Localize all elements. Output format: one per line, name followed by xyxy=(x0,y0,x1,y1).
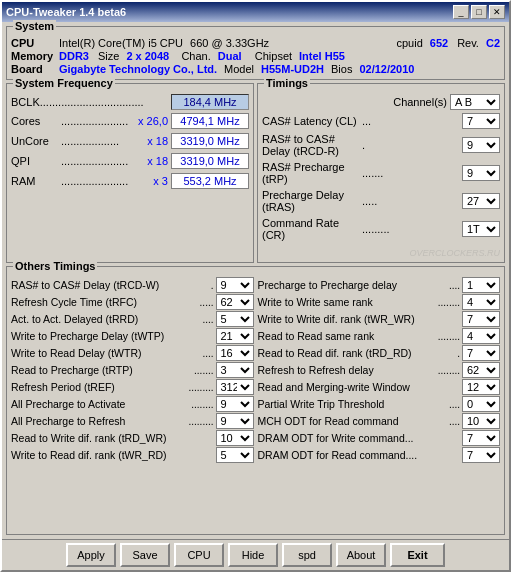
pre-pre-dots: .... xyxy=(449,280,460,291)
rd-rd-dif-select[interactable]: 7 xyxy=(462,345,500,361)
cores-input[interactable] xyxy=(171,113,249,129)
cpu-freq: 660 @ 3.33GHz xyxy=(190,37,269,49)
channel-select[interactable]: A B A B xyxy=(450,94,500,110)
wr-wr-dif-row: Write to Write dif. rank (tWR_WR) 7 xyxy=(258,311,501,327)
ref-ref-select[interactable]: 62 xyxy=(462,362,500,378)
qpi-dots: ........................ xyxy=(61,155,128,167)
hide-button[interactable]: Hide xyxy=(228,543,278,567)
minimize-button[interactable]: _ xyxy=(453,5,469,19)
dram-odt-rd-select[interactable]: 7 xyxy=(462,447,500,463)
timings-header: Channel(s) A B A B xyxy=(262,94,500,110)
chipset-value: Intel H55 xyxy=(299,50,345,62)
trcd-r-row: RAS# to CAS# Delay (tRCD-R) . 9 xyxy=(262,133,500,157)
board-label: Board xyxy=(11,63,56,75)
memory-row: Memory DDR3 Size 2 x 2048 Chan. Dual Chi… xyxy=(11,50,500,62)
cores-row: Cores ........................ x 26,0 xyxy=(11,113,249,129)
trp-select[interactable]: 9 xyxy=(462,165,500,181)
uncore-dots: ................... xyxy=(61,135,128,147)
uncore-label: UnCore xyxy=(11,135,61,147)
twtp-select[interactable]: 21 xyxy=(216,328,254,344)
close-button[interactable]: ✕ xyxy=(489,5,505,19)
rd-rd-same-row: Read to Read same rank ........ 4 xyxy=(258,328,501,344)
wr-wr-dif-select[interactable]: 7 xyxy=(462,311,500,327)
trfc-name: Refresh Cycle Time (tRFC) xyxy=(11,296,198,308)
others-right-col: Precharge to Precharge delay .... 1 Writ… xyxy=(258,277,501,463)
allpre-act-select[interactable]: 9 xyxy=(216,396,254,412)
allpre-ref-row: All Precharge to Refresh ......... 9 xyxy=(11,413,254,429)
allpre-ref-select[interactable]: 9 xyxy=(216,413,254,429)
cr-row: Command Rate (CR) ......... 1T xyxy=(262,217,500,241)
uncore-input[interactable] xyxy=(171,133,249,149)
title-bar-controls: _ □ ✕ xyxy=(453,5,505,19)
cr-select[interactable]: 1T xyxy=(462,221,500,237)
tras-select[interactable]: 27 xyxy=(462,193,500,209)
partial-wr-dots: .... xyxy=(449,399,460,410)
trrd-row: Act. to Act. Delayed (tRRD) .... 5 xyxy=(11,311,254,327)
trcd-w-select[interactable]: 9 xyxy=(216,277,254,293)
trfc-select[interactable]: 62 xyxy=(216,294,254,310)
rd-rd-same-select[interactable]: 4 xyxy=(462,328,500,344)
cpu-button[interactable]: CPU xyxy=(174,543,224,567)
trcd-w-name: RAS# to CAS# Delay (tRCD-W) xyxy=(11,279,209,291)
wr-rd-row: Write to Read dif. rank (tWR_RD) 5 xyxy=(11,447,254,463)
qpi-label: QPI xyxy=(11,155,61,167)
uncore-row: UnCore ................... x 18 xyxy=(11,133,249,149)
dram-odt-wr-select[interactable]: 7 xyxy=(462,430,500,446)
cores-label: Cores xyxy=(11,115,61,127)
trrd-dots: .... xyxy=(202,314,213,325)
trrd-select[interactable]: 5 xyxy=(216,311,254,327)
ram-input[interactable] xyxy=(171,173,249,189)
window-title: CPU-Tweaker 1.4 beta6 xyxy=(6,6,126,18)
about-button[interactable]: About xyxy=(336,543,386,567)
merge-win-select[interactable]: 12 xyxy=(462,379,500,395)
dram-odt-wr-name: DRAM ODT for Write command... xyxy=(258,432,461,444)
cores-mult: x 26,0 xyxy=(128,115,168,127)
bclk-input[interactable] xyxy=(171,94,249,110)
allpre-act-row: All Precharge to Activate ........ 9 xyxy=(11,396,254,412)
ram-row: RAM ........................ x 3 xyxy=(11,173,249,189)
wr-rd-name: Write to Read dif. rank (tWR_RD) xyxy=(11,449,214,461)
rd-rd-dif-dots: . xyxy=(457,348,460,359)
dram-odt-rd-name: DRAM ODT for Read command.... xyxy=(258,449,461,461)
rev-value: C2 xyxy=(486,37,500,49)
ram-mult: x 3 xyxy=(128,175,168,187)
allpre-ref-name: All Precharge to Refresh xyxy=(11,415,186,427)
mch-odt-select[interactable]: 10 xyxy=(462,413,500,429)
pre-pre-select[interactable]: 1 xyxy=(462,277,500,293)
rd-wr-select[interactable]: 10 xyxy=(216,430,254,446)
mch-odt-name: MCH ODT for Read command xyxy=(258,415,447,427)
wr-wr-dif-name: Write to Write dif. rank (tWR_WR) xyxy=(258,313,461,325)
trcd-w-dots: . xyxy=(211,280,214,291)
cr-name: Command Rate (CR) xyxy=(262,217,362,241)
chipset-label: Chipset xyxy=(255,50,292,62)
memory-label: Memory xyxy=(11,50,56,62)
cas-name: CAS# Latency (CL) xyxy=(262,115,362,127)
bclk-label: BCLK.................................. xyxy=(11,96,161,108)
partial-wr-row: Partial Write Trip Threshold .... 0 xyxy=(258,396,501,412)
cpuid-value: 652 xyxy=(430,37,448,49)
save-button[interactable]: Save xyxy=(120,543,170,567)
spd-button[interactable]: spd xyxy=(282,543,332,567)
chan-value: Dual xyxy=(218,50,248,62)
rd-wr-row: Read to Write dif. rank (tRD_WR) 10 xyxy=(11,430,254,446)
qpi-input[interactable] xyxy=(171,153,249,169)
trtp-select[interactable]: 3 xyxy=(216,362,254,378)
wr-wr-same-select[interactable]: 4 xyxy=(462,294,500,310)
trcd-w-row: RAS# to CAS# Delay (tRCD-W) . 9 xyxy=(11,277,254,293)
maximize-button[interactable]: □ xyxy=(471,5,487,19)
ram-label: RAM xyxy=(11,175,61,187)
partial-wr-select[interactable]: 0 xyxy=(462,396,500,412)
timings-group-label: Timings xyxy=(264,77,310,89)
trcd-r-select[interactable]: 9 xyxy=(462,137,500,153)
timings-group: Timings Channel(s) A B A B CAS# Latency … xyxy=(257,83,505,263)
apply-button[interactable]: Apply xyxy=(66,543,116,567)
wr-rd-select[interactable]: 5 xyxy=(216,447,254,463)
trfc-dots: ..... xyxy=(200,297,214,308)
exit-button[interactable]: Exit xyxy=(390,543,445,567)
tref-select[interactable]: 3120T xyxy=(216,379,254,395)
twtp-name: Write to Precharge Delay (tWTP) xyxy=(11,330,214,342)
cas-select[interactable]: 7 xyxy=(462,113,500,129)
twtr-select[interactable]: 16 xyxy=(216,345,254,361)
ram-dots: ........................ xyxy=(61,175,128,187)
cores-dots: ........................ xyxy=(61,115,128,127)
